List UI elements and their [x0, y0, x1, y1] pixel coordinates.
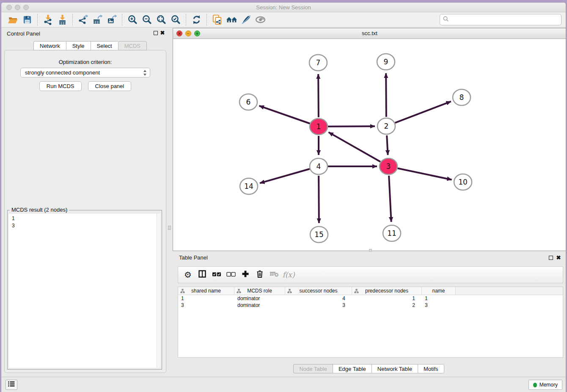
- graph-edge-3-11[interactable]: [389, 176, 391, 222]
- table-cell: 4: [285, 295, 352, 302]
- graph-edge-1-6[interactable]: [259, 106, 310, 124]
- import-network-button[interactable]: [41, 14, 55, 26]
- export-image-button[interactable]: [105, 14, 119, 26]
- show-columns-button[interactable]: [196, 268, 209, 281]
- graph-node-14[interactable]: 14: [240, 178, 258, 194]
- tab-network-table[interactable]: Network Table: [372, 364, 418, 373]
- graph-edge-3-10[interactable]: [398, 168, 452, 180]
- graph-node-10[interactable]: 10: [454, 174, 472, 190]
- graph-node-8[interactable]: 8: [453, 89, 471, 105]
- export-network-button[interactable]: [76, 14, 90, 26]
- result-scrollbar[interactable]: [157, 214, 160, 368]
- import-table-button[interactable]: [55, 14, 69, 26]
- refresh-button[interactable]: [189, 14, 204, 26]
- zoom-out-button[interactable]: [140, 14, 154, 26]
- fx-icon: f(x): [282, 271, 295, 279]
- graphics-details-button[interactable]: [239, 14, 253, 26]
- toolbar-separator: [206, 14, 207, 26]
- column-label: name: [432, 288, 445, 294]
- delete-table-button[interactable]: [268, 268, 281, 281]
- graph-edge-3-1[interactable]: [328, 132, 380, 162]
- close-panel-button[interactable]: Close panel: [88, 81, 132, 91]
- column-header-predecessor-nodes[interactable]: predecessor nodes: [352, 287, 422, 295]
- graph-node-label: 1: [317, 122, 321, 131]
- float-table-panel-icon[interactable]: [549, 256, 553, 260]
- close-table-panel-icon[interactable]: ✖: [556, 254, 561, 261]
- select-all-button[interactable]: [210, 268, 223, 281]
- graph-node-1[interactable]: 1: [310, 119, 328, 135]
- graph-edge-1-2[interactable]: [328, 126, 375, 127]
- graph-node-label: 8: [460, 93, 464, 102]
- deselect-all-button[interactable]: [225, 268, 237, 281]
- graph-node-label: 9: [384, 58, 388, 66]
- search-icon: [443, 16, 449, 24]
- graph-edge-1-7[interactable]: [318, 74, 319, 117]
- tab-network[interactable]: Network: [33, 41, 66, 50]
- function-builder-button[interactable]: f(x): [282, 268, 295, 281]
- graph-edge-4-14[interactable]: [260, 169, 310, 183]
- column-header-shared-name[interactable]: shared name: [178, 287, 234, 295]
- table-settings-button[interactable]: ⚙: [182, 268, 194, 281]
- network-graph[interactable]: 1234678910111415: [173, 39, 566, 251]
- tab-select[interactable]: Select: [91, 41, 118, 50]
- column-header-successor-nodes[interactable]: successor nodes: [285, 287, 352, 295]
- zoom-fit-button[interactable]: [154, 14, 168, 26]
- tab-node-table[interactable]: Node Table: [293, 364, 333, 373]
- criterion-dropdown[interactable]: strongly connected component: [20, 68, 150, 77]
- zoom-selected-button[interactable]: [168, 14, 183, 26]
- table-row[interactable]: 3dominator323: [178, 302, 563, 309]
- task-history-button[interactable]: [6, 380, 17, 390]
- splitter-handle[interactable]: [168, 226, 171, 230]
- show-hide-button[interactable]: [253, 14, 267, 26]
- graph-edge-4-15[interactable]: [319, 176, 319, 223]
- mcds-result-lines[interactable]: 13: [9, 214, 160, 368]
- table-cell: 3: [285, 302, 352, 309]
- graph-edge-2-3[interactable]: [387, 135, 388, 155]
- zoom-in-icon: [127, 14, 138, 25]
- graph-node-4[interactable]: 4: [310, 158, 328, 174]
- graph-node-label: 3: [386, 162, 391, 171]
- open-session-button[interactable]: [6, 14, 20, 26]
- column-header-name[interactable]: name: [422, 287, 456, 295]
- tab-style[interactable]: Style: [66, 41, 91, 50]
- graph-node-11[interactable]: 11: [383, 225, 401, 241]
- hierarchy-icon: [287, 289, 292, 295]
- graph-edge-2-9[interactable]: [386, 73, 386, 117]
- add-button[interactable]: [239, 268, 252, 281]
- network-canvas[interactable]: 1234678910111415: [173, 39, 566, 251]
- delete-button[interactable]: [253, 268, 266, 281]
- graph-node-3[interactable]: 3: [380, 158, 397, 174]
- graph-node-6[interactable]: 6: [239, 94, 257, 110]
- close-panel-icon[interactable]: ✖: [160, 29, 165, 36]
- table-body: 1dominator4113dominator323: [178, 295, 563, 309]
- first-neighbors-button[interactable]: [224, 14, 239, 26]
- column-header-mcds-role[interactable]: MCDS role: [234, 287, 285, 295]
- zoom-in-button[interactable]: [125, 14, 140, 26]
- search-input[interactable]: [449, 16, 561, 24]
- network-resize-handle[interactable]: [369, 249, 372, 252]
- graph-node-9[interactable]: 9: [377, 54, 395, 70]
- table-panel: Table Panel ✖ ⚙ f(x) shared name: [172, 252, 566, 377]
- tab-mcds[interactable]: MCDS: [118, 41, 147, 50]
- graph-node-15[interactable]: 15: [310, 226, 328, 243]
- graph-node-2[interactable]: 2: [377, 118, 395, 134]
- duplicate-network-button[interactable]: [210, 14, 224, 26]
- search-field[interactable]: [440, 14, 561, 25]
- tab-edge-table[interactable]: Edge Table: [333, 364, 372, 373]
- graph-edge-2-8[interactable]: [395, 102, 451, 123]
- run-mcds-button[interactable]: Run MCDS: [39, 81, 82, 91]
- table-cell: 1: [422, 295, 456, 302]
- toolbar-separator: [122, 14, 122, 26]
- mcds-result-title: MCDS result (2 nodes): [10, 207, 69, 213]
- graph-node-7[interactable]: 7: [309, 55, 327, 71]
- memory-button[interactable]: Memory: [528, 380, 562, 390]
- network-window-titlebar[interactable]: ✕ − + scc.txt: [173, 28, 566, 39]
- save-session-button[interactable]: [20, 14, 34, 26]
- tab-motifs[interactable]: Motifs: [418, 364, 444, 373]
- float-panel-icon[interactable]: [154, 31, 158, 35]
- checked-boxes-icon: [212, 271, 221, 279]
- status-bar: Memory: [1, 377, 566, 392]
- export-table-button[interactable]: [90, 14, 105, 26]
- table-row[interactable]: 1dominator411: [178, 295, 563, 302]
- zoom-selected-icon: [171, 14, 181, 25]
